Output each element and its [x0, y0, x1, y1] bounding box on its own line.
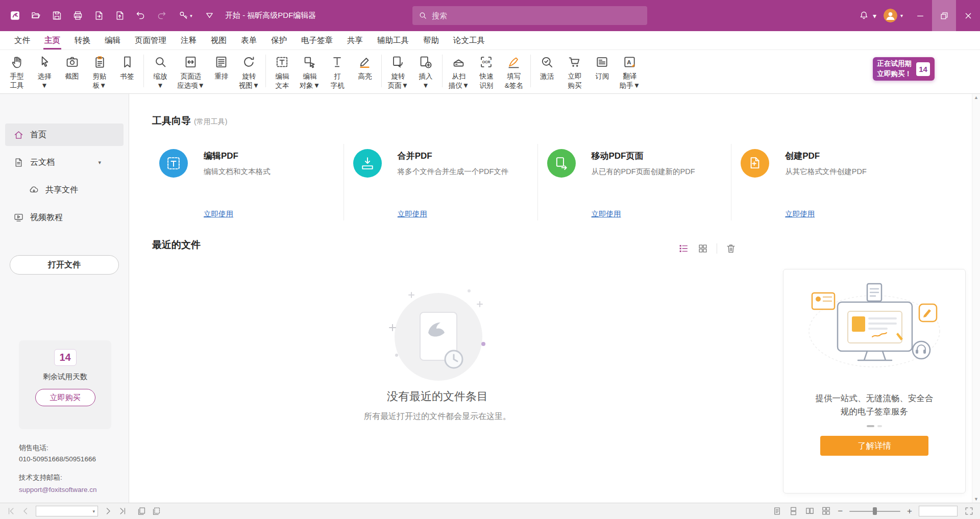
scroll-down-icon[interactable]: ▼ [974, 497, 978, 502]
menu-file[interactable]: 文件 [7, 31, 37, 50]
menu-form[interactable]: 表单 [234, 31, 264, 50]
ribbon-button-select[interactable]: 选择▼ [31, 50, 58, 90]
menu-help[interactable]: 帮助 [416, 31, 446, 50]
menu-view[interactable]: 视图 [204, 31, 234, 50]
undo-icon[interactable] [132, 7, 149, 24]
zoom-percentage-input[interactable] [922, 507, 954, 514]
user-avatar[interactable] [884, 9, 897, 22]
ribbon-button-buy-now[interactable]: 立即购买 [561, 50, 589, 90]
menu-convert[interactable]: 转换 [67, 31, 97, 50]
next-page-icon[interactable] [103, 506, 113, 516]
share-document-icon[interactable] [111, 7, 128, 24]
facing-continuous-view-icon[interactable] [821, 506, 831, 516]
restore-window-button[interactable] [932, 0, 956, 31]
redo-icon[interactable] [153, 7, 170, 24]
tool-card-merge-pdf[interactable]: 合并PDF 将多个文件合并生成一个PDF文件 立即使用 [344, 144, 537, 220]
ribbon-button-page-fit-options[interactable]: 页面适应选项▼ [174, 50, 208, 90]
ribbon-button-fill-sign[interactable]: 填写&签名 [500, 50, 528, 90]
trial-banner[interactable]: 正在试用期 立即购买！ 14 [873, 57, 935, 81]
trash-icon[interactable] [725, 243, 737, 254]
promo-dot[interactable] [877, 425, 882, 427]
ribbon-button-rotate-pages[interactable]: 旋转页面▼ [384, 50, 412, 90]
learn-more-button[interactable]: 了解详情 [820, 436, 928, 456]
use-now-link[interactable]: 立即使用 [592, 209, 621, 219]
ribbon-button-screenshot[interactable]: 截图 [58, 50, 86, 90]
minimize-button[interactable] [908, 0, 932, 31]
ribbon-button-edit-object[interactable]: 编辑对象▼ [296, 50, 324, 90]
ribbon-button-subscribe[interactable]: 订阅 [589, 50, 616, 90]
ribbon-button-rotate-view[interactable]: 旋转视图▼ [235, 50, 263, 90]
close-button[interactable] [956, 0, 980, 31]
single-page-view-icon[interactable] [772, 506, 782, 516]
account-caret-icon[interactable]: ▾ [900, 13, 903, 18]
menu-accessibility[interactable]: 辅助工具 [370, 31, 416, 50]
open-file-icon[interactable] [27, 7, 44, 24]
use-now-link[interactable]: 立即使用 [785, 209, 815, 219]
ribbon-button-quick-ocr[interactable]: OCR 快速识别 [473, 50, 500, 90]
ribbon-button-zoom[interactable]: 缩放▼ [146, 50, 174, 90]
page-number-input[interactable] [39, 508, 90, 515]
promo-pagination-dots[interactable] [783, 425, 965, 427]
menu-share[interactable]: 共享 [340, 31, 370, 50]
ribbon-button-hand-tool[interactable]: 手型工具 [3, 50, 31, 90]
ribbon-button-highlight[interactable]: 高亮 [351, 50, 379, 90]
sidebar-item-shared-files[interactable]: 共享文件 [5, 179, 124, 201]
use-now-link[interactable]: 立即使用 [204, 209, 233, 219]
copy-page-icon[interactable] [152, 506, 161, 516]
menu-home[interactable]: 主页 [37, 31, 67, 50]
zoom-out-icon[interactable]: − [838, 507, 843, 515]
search-input[interactable] [432, 11, 641, 20]
sidebar-item-cloud-docs[interactable]: 云文档 ▾ [5, 151, 124, 174]
continuous-view-icon[interactable] [789, 506, 798, 516]
zoom-slider[interactable] [849, 507, 900, 515]
sidebar-item-home[interactable]: 首页 [5, 123, 124, 146]
buy-now-button[interactable]: 立即购买 [35, 389, 95, 406]
export-document-icon[interactable] [90, 7, 107, 24]
ribbon-button-insert[interactable]: 插入▼ [412, 50, 439, 90]
snapshot-icon[interactable] [137, 506, 146, 516]
zoom-percentage-box[interactable] [919, 506, 958, 516]
ribbon-button-translate-assistant[interactable]: A 翻译助手▼ [616, 50, 644, 90]
last-page-icon[interactable] [118, 506, 128, 516]
tool-card-edit-pdf[interactable]: 编辑PDF 编辑文档和文本格式 立即使用 [152, 144, 344, 220]
tool-card-move-pdf-pages[interactable]: 移动PDF页面 从已有的PDF页面创建新的PDF 立即使用 [537, 144, 731, 220]
menu-edit[interactable]: 编辑 [97, 31, 128, 50]
menu-comment[interactable]: 注释 [174, 31, 204, 50]
fit-screen-icon[interactable] [964, 506, 974, 516]
menu-esign[interactable]: 电子签章 [294, 31, 340, 50]
esign-protect-icon[interactable]: ▾ [174, 7, 197, 24]
first-page-icon[interactable] [6, 506, 16, 516]
facing-view-icon[interactable] [805, 506, 815, 516]
tool-card-create-pdf[interactable]: 创建PDF 从其它格式文件创建PDF 立即使用 [731, 144, 925, 220]
ribbon-button-edit-text[interactable]: 编辑文本 [268, 50, 296, 90]
ribbon-button-bookmark[interactable]: 书签 [113, 50, 141, 90]
previous-page-icon[interactable] [21, 506, 31, 516]
ribbon-button-activate[interactable]: 激活 [533, 50, 561, 90]
collapse-ribbon-icon[interactable] [201, 7, 218, 24]
scroll-up-icon[interactable]: ▲ [974, 95, 978, 100]
promo-dot[interactable] [867, 425, 874, 427]
support-email-link[interactable]: support@foxitsoftware.cn [19, 484, 97, 496]
ribbon-button-reflow[interactable]: 重排 [208, 50, 235, 90]
menu-paper-tools[interactable]: 论文工具 [446, 31, 492, 50]
content-scrollbar[interactable]: ▲ ▼ [972, 94, 980, 503]
open-file-button[interactable]: 打开文件 [10, 255, 119, 275]
search-box[interactable] [412, 6, 647, 25]
expand-caret-icon[interactable]: ▾ [98, 159, 101, 166]
menu-protect[interactable]: 保护 [264, 31, 294, 50]
page-number-box[interactable]: ▾ [36, 506, 98, 516]
use-now-link[interactable]: 立即使用 [398, 209, 427, 219]
zoom-slider-thumb[interactable] [873, 507, 877, 515]
menu-page-management[interactable]: 页面管理 [128, 31, 174, 50]
save-icon[interactable] [48, 7, 65, 24]
ribbon-button-typewriter[interactable]: 打字机 [324, 50, 351, 90]
notifications-button[interactable]: ▾ [855, 7, 876, 24]
zoom-in-icon[interactable]: + [907, 507, 912, 515]
page-dropdown-caret-icon[interactable]: ▾ [92, 509, 95, 514]
print-icon[interactable] [69, 7, 86, 24]
sidebar-item-video-tutorials[interactable]: 视频教程 [5, 206, 124, 229]
grid-view-icon[interactable] [697, 243, 708, 254]
ribbon-button-clipboard[interactable]: 剪贴板▼ [86, 50, 113, 90]
list-view-icon[interactable] [678, 243, 689, 254]
ribbon-button-from-scanner[interactable]: 从扫描仪▼ [445, 50, 473, 90]
